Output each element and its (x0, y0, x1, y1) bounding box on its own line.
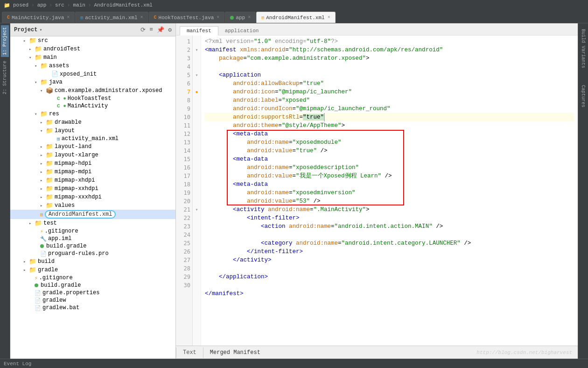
tree-item-gradlew[interactable]: 📄 gradlew (10, 297, 175, 304)
code-line-26: </intent-filter> (205, 248, 574, 256)
pin-icon[interactable]: 📌 (157, 26, 164, 34)
tree-item-mipmap-xhdpi[interactable]: ▸ 📁 mipmap-xhdpi (10, 176, 175, 184)
line-numbers: 1 2 3 4 5 6 7 8 9 10 11 12 13 14 15 16 1 (176, 35, 193, 346)
tree-item-xposed-init[interactable]: 📄 xposed_init (10, 70, 175, 78)
tree-item-mipmap-mdpi[interactable]: ▸ 📁 mipmap-mdpi (10, 168, 175, 176)
code-line-20: android:value="53" /> (205, 197, 574, 205)
pro-icon: 📄 (40, 251, 47, 257)
tree-item-app-iml[interactable]: 🔧 app.iml (10, 235, 175, 242)
sub-tab-application[interactable]: application (218, 27, 266, 35)
code-editor[interactable]: 1 2 3 4 5 6 7 8 9 10 11 12 13 14 15 16 1 (176, 35, 578, 346)
tab-android-manifest[interactable]: ⊞ AndroidManifest.xml × (256, 12, 335, 23)
folder-icon: 📁 (29, 37, 36, 44)
file-icon: 📄 (51, 71, 58, 78)
tree-item-gradle-folder[interactable]: ▸ 📁 gradle (10, 266, 175, 274)
tree-item-gitignore-app[interactable]: ⚡ .gitignore (10, 227, 175, 235)
collapse-icon[interactable]: ≡ (149, 26, 153, 33)
tree-item-package[interactable]: ▾ 📦 com.example.administrator.xposed (10, 86, 175, 95)
project-header-right: ⟳ ≡ 📌 ⚙ (140, 26, 172, 34)
tab-activity-main-xml[interactable]: ⊞ activity_main.xml × (75, 12, 148, 23)
code-content[interactable]: <?xml version="1.0" encoding="utf-8"?> <… (201, 35, 578, 346)
close-icon[interactable]: × (217, 15, 219, 20)
tree-item-test[interactable]: ▸ 📁 test (10, 219, 175, 227)
java-class-icon: C ● (57, 96, 66, 101)
tab-mainactivity[interactable]: C MainActivity.java × (2, 12, 75, 23)
sub-tab-manifest[interactable]: manifest (180, 26, 218, 35)
bat-icon: 📄 (35, 305, 41, 311)
bottom-tab-text[interactable]: Text (176, 347, 203, 358)
java-icon: C (154, 15, 157, 20)
tree-item-android-manifest[interactable]: ⊞ AndroidManifest.xml (10, 210, 175, 219)
folder-icon: 📁 (35, 45, 42, 53)
tree-item-gradlew-bat[interactable]: 📄 gradlew.bat (10, 304, 175, 311)
tree-item-drawable[interactable]: ▸ 📁 drawable (10, 118, 175, 127)
bottom-tab-merged-manifest[interactable]: Merged Manifest (203, 347, 267, 358)
tree-item-mipmap-hdpi[interactable]: ▸ 📁 mipmap-hdpi (10, 159, 175, 168)
folder-icon: 📁 (46, 185, 53, 192)
code-line-4 (205, 63, 574, 71)
tree-item-src[interactable]: ▸ 📁 src (10, 36, 175, 45)
tree-item-layout-land[interactable]: ▸ 📁 layout-land (10, 142, 175, 151)
event-log-label[interactable]: Event Log (4, 361, 31, 367)
tree-view[interactable]: ▸ 📁 src ▸ 📁 androidTest ▾ 📁 main (10, 36, 175, 359)
iml-icon: 🔧 (40, 236, 47, 242)
settings-icon[interactable]: ⚙ (168, 26, 172, 34)
close-icon[interactable]: × (67, 15, 70, 20)
code-line-5: <application (205, 71, 574, 79)
sync-icon[interactable]: ⟳ (140, 26, 146, 34)
tree-item-mipmap-xxxhdpi[interactable]: ▸ 📁 mipmap-xxxhdpi (10, 193, 175, 201)
gradle-icon (230, 16, 234, 20)
tree-item-mipmap-xxhdpi[interactable]: ▸ 📁 mipmap-xxhdpi (10, 184, 175, 193)
tree-item-layout[interactable]: ▾ 📁 layout (10, 127, 175, 135)
side-icon-build-variants[interactable]: Build Variants (579, 25, 587, 72)
project-panel: Project ▾ ⟳ ≡ 📌 ⚙ ▸ 📁 src (10, 23, 176, 359)
tree-item-androidtest[interactable]: ▸ 📁 androidTest (10, 45, 175, 53)
tree-item-gradle-props[interactable]: 📄 gradle.properties (10, 289, 175, 297)
chevron-down-icon[interactable]: ▾ (39, 27, 42, 33)
project-header-left: Project ▾ (14, 27, 42, 33)
side-icon-structure[interactable]: 2: Structure (1, 59, 9, 96)
gutter: ▾ ▾ ● (193, 35, 201, 346)
side-icon-project[interactable]: 1: Project (1, 25, 9, 57)
tree-item-build-gradle-app[interactable]: build.gradle (10, 242, 175, 250)
tree-item-build-gradle-root[interactable]: build.gradle (10, 282, 175, 289)
code-line-2: <manifest xmlns:android="http://schemas.… (205, 46, 574, 54)
code-line-11: android:theme="@style/AppTheme"> (205, 121, 574, 130)
tree-item-values[interactable]: ▸ 📁 values (10, 201, 175, 210)
code-line-28 (205, 264, 574, 273)
close-icon[interactable]: × (248, 15, 251, 20)
tree-item-main[interactable]: ▾ 📁 main (10, 53, 175, 62)
project-header: Project ▾ ⟳ ≡ 📌 ⚙ (10, 23, 175, 36)
title-posed-text: posed (13, 2, 28, 8)
file-icon: 📄 (35, 297, 41, 304)
code-line-16: android:name="xposeddescription" (205, 163, 574, 172)
folder-icon: 📁 (46, 168, 53, 176)
code-line-12: <meta-data (205, 130, 574, 138)
tree-item-mainactivity[interactable]: C ● MainActivity (10, 102, 175, 110)
close-icon[interactable]: × (328, 15, 330, 20)
git-icon: ⚡ (35, 275, 38, 281)
tree-item-assets[interactable]: ▾ 📁 assets (10, 62, 175, 70)
title-app-text: app (37, 2, 47, 8)
side-icon-captures[interactable]: Captures (579, 81, 587, 111)
folder-icon: 📁 (46, 119, 53, 126)
folder-icon: 📁 (29, 266, 36, 274)
tree-item-res[interactable]: ▾ 📁 res (10, 110, 175, 118)
tree-item-proguard[interactable]: 📄 proguard-rules.pro (10, 250, 175, 257)
code-line-23: <action android:name="android.intent.act… (205, 222, 574, 231)
tree-item-build[interactable]: ▸ 📁 build (10, 257, 175, 266)
code-line-24 (205, 231, 574, 239)
tree-item-java[interactable]: ▾ 📁 java (10, 78, 175, 86)
tab-app[interactable]: app × (225, 12, 256, 23)
package-icon: 📦 (46, 87, 53, 94)
tree-item-hooktoast[interactable]: C ● HookToastTest (10, 95, 175, 102)
tree-item-layout-xlarge[interactable]: ▸ 📁 layout-xlarge (10, 151, 175, 159)
close-icon[interactable]: × (140, 15, 143, 20)
folder-icon: 📁 (35, 54, 42, 61)
folder-icon: 📁 (46, 202, 53, 209)
tree-item-gitignore-root[interactable]: ⚡ .gitignore (10, 274, 175, 282)
android-manifest-label: AndroidManifest.xml (45, 210, 116, 219)
tree-item-activity-main[interactable]: ⊞ activity_main.xml (10, 135, 175, 142)
right-side-panel: Build Variants Captures (578, 23, 588, 359)
tab-hooktoast[interactable]: C HookToastTest.java × (149, 12, 225, 23)
